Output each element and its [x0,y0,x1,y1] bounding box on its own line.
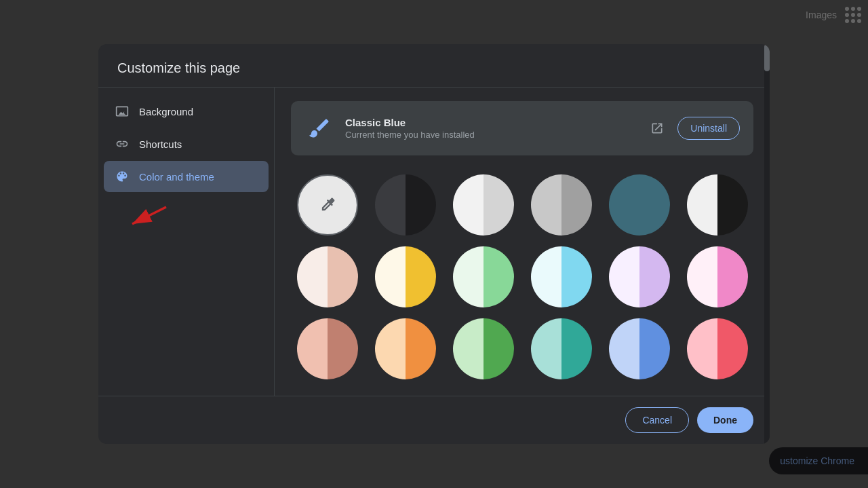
theme-banner: Classic Blue Current theme you have inst… [291,101,753,155]
modal-footer: Cancel Done [98,396,770,444]
customize-modal: Customize this page Background [98,44,770,444]
sidebar-item-shortcuts-label: Shortcuts [139,138,182,150]
color-swatches-grid [291,172,753,382]
color-swatch-light-split[interactable] [453,174,514,236]
color-swatch-salmon[interactable] [297,318,358,379]
theme-name: Classic Blue [345,117,634,128]
color-swatch-gray-split[interactable] [531,174,592,236]
theme-desc: Current theme you have installed [345,130,634,140]
color-swatch-peach[interactable] [297,246,358,307]
sidebar-item-background-label: Background [139,106,193,117]
sidebar: Background Shortcuts [98,88,275,396]
color-swatch-orange[interactable] [375,318,436,379]
modal-header: Customize this page [98,44,770,88]
color-swatch-lavender[interactable] [609,246,670,307]
palette-icon [115,169,130,184]
content-area: Classic Blue Current theme you have inst… [275,88,770,396]
sidebar-item-color-label: Color and theme [139,171,214,183]
link-icon [115,136,130,151]
theme-info: Classic Blue Current theme you have inst… [345,117,634,140]
sidebar-item-shortcuts[interactable]: Shortcuts [104,128,269,159]
image-icon [115,104,130,119]
modal-body: Background Shortcuts [98,88,770,396]
color-swatch-cyan-light[interactable] [531,246,592,307]
color-swatch-teal[interactable] [531,318,592,379]
sidebar-item-color-and-theme[interactable]: Color and theme [104,161,269,192]
modal-overlay: Customize this page Background [0,0,868,488]
uninstall-label: Uninstall [690,123,727,134]
cancel-label: Cancel [642,415,672,426]
modal-title: Customize this page [117,60,240,75]
color-swatch-mint[interactable] [453,318,514,379]
theme-actions: Uninstall [645,116,740,140]
color-swatch-yellow[interactable] [375,246,436,307]
done-label: Done [713,415,737,426]
color-swatch-custom[interactable] [297,174,358,236]
cancel-button[interactable]: Cancel [625,407,689,433]
sidebar-item-background[interactable]: Background [104,96,269,127]
color-swatch-dark-split[interactable] [375,174,436,236]
external-link-button[interactable] [645,116,669,140]
color-swatch-hot-pink[interactable] [687,318,748,379]
color-swatch-blue[interactable] [609,318,670,379]
done-button[interactable]: Done [697,407,753,433]
uninstall-button[interactable]: Uninstall [677,117,740,140]
color-swatch-green-light[interactable] [453,246,514,307]
color-swatch-black-white[interactable] [687,174,748,236]
theme-icon [304,113,334,143]
color-swatch-teal-dark[interactable] [609,174,670,236]
scrollbar-track[interactable] [764,88,770,396]
color-swatch-pink-light[interactable] [687,246,748,307]
